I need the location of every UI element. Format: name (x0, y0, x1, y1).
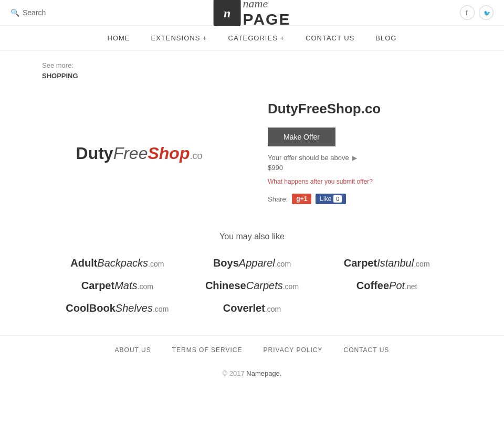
facebook-icon[interactable]: f (460, 5, 475, 20)
footer-contact[interactable]: CONTACT US (343, 346, 389, 354)
also-like-title: You may also like (42, 232, 462, 241)
social-icons: f 🐦 (460, 5, 494, 20)
list-item[interactable]: CarpetMats.com (52, 280, 182, 292)
arrow-icon: ▶ (352, 154, 357, 162)
search-button[interactable]: 🔍 Search (10, 8, 46, 17)
logo-icon: n (214, 0, 241, 26)
main-content: DutyFreeShop.co DutyFreeShop.co Make Off… (0, 90, 504, 216)
nav-item-extensions[interactable]: EXTENSIONS + (151, 34, 207, 42)
offer-hint: Your offer should be above ▶ (268, 154, 462, 162)
footer-copyright: © 2017 Namepage. (0, 364, 504, 393)
svg-text:🐦: 🐦 (484, 9, 490, 16)
main-nav: HOME EXTENSIONS + CATEGORIES + CONTACT U… (0, 26, 504, 51)
list-item[interactable]: CarpetIstanbul.com (322, 257, 452, 269)
footer-nav: ABOUT US TERMS OF SERVICE PRIVACY POLICY… (0, 335, 504, 364)
search-label: Search (23, 8, 46, 17)
list-item[interactable]: AdultBackpacks.com (52, 257, 182, 269)
nav-item-home[interactable]: HOME (108, 34, 130, 42)
what-happens-link[interactable]: What happens after you submit offer? (268, 178, 462, 185)
dutyfree-logo: DutyFreeShop.co (76, 144, 203, 163)
domain-title: DutyFreeShop.co (268, 101, 462, 117)
logo-duty: Duty (76, 144, 113, 163)
footer-tos[interactable]: TERMS OF SERVICE (172, 346, 243, 354)
domain-details: DutyFreeShop.co Make Offer Your offer sh… (268, 101, 462, 204)
logo-text: name PAGE (243, 0, 291, 28)
gplus-button[interactable]: g+1 (292, 194, 311, 204)
list-item[interactable]: CoffeePot.net (322, 280, 452, 292)
also-like-section: You may also like AdultBackpacks.com Boy… (0, 216, 504, 335)
fb-count: 0 (333, 195, 342, 203)
list-item[interactable]: Coverlet.com (187, 302, 317, 314)
header: 🔍 Search n name PAGE f 🐦 (0, 0, 504, 26)
share-row: Share: g+1 Like 0 (268, 194, 462, 204)
logo-shop: Shop (148, 144, 190, 163)
logo-name: name (243, 0, 291, 10)
logo-co: .co (190, 151, 202, 161)
nav-item-blog[interactable]: BLOG (375, 34, 396, 42)
svg-text:f: f (466, 9, 468, 16)
list-item[interactable]: BoysApparel.com (187, 257, 317, 269)
footer-privacy[interactable]: PRIVACY POLICY (264, 346, 323, 354)
breadcrumb-category[interactable]: SHOPPING (0, 72, 504, 90)
domain-logo-area: DutyFreeShop.co (42, 101, 236, 206)
share-label: Share: (268, 195, 288, 203)
nav-item-contact[interactable]: CONTACT US (306, 34, 354, 42)
breadcrumb-see-more: See more: (0, 51, 504, 72)
svg-text:n: n (224, 6, 230, 20)
domain-grid: AdultBackpacks.com BoysApparel.com Carpe… (52, 257, 452, 314)
list-item[interactable]: ChineseCarpets.com (187, 280, 317, 292)
nav-item-categories[interactable]: CATEGORIES + (228, 34, 285, 42)
logo-free: Free (113, 144, 148, 163)
footer-about[interactable]: ABOUT US (115, 346, 151, 354)
make-offer-button[interactable]: Make Offer (268, 128, 335, 146)
list-item[interactable]: CoolBookShelves.com (52, 302, 182, 314)
twitter-icon[interactable]: 🐦 (479, 5, 494, 20)
offer-price: $990 (268, 164, 462, 172)
logo-page: PAGE (243, 10, 291, 28)
logo[interactable]: n name PAGE (214, 0, 291, 28)
fb-like-button[interactable]: Like 0 (316, 194, 346, 204)
search-icon: 🔍 (10, 8, 19, 17)
footer-brand-link[interactable]: Namepage. (246, 369, 281, 377)
fb-like-label: Like (320, 195, 331, 203)
